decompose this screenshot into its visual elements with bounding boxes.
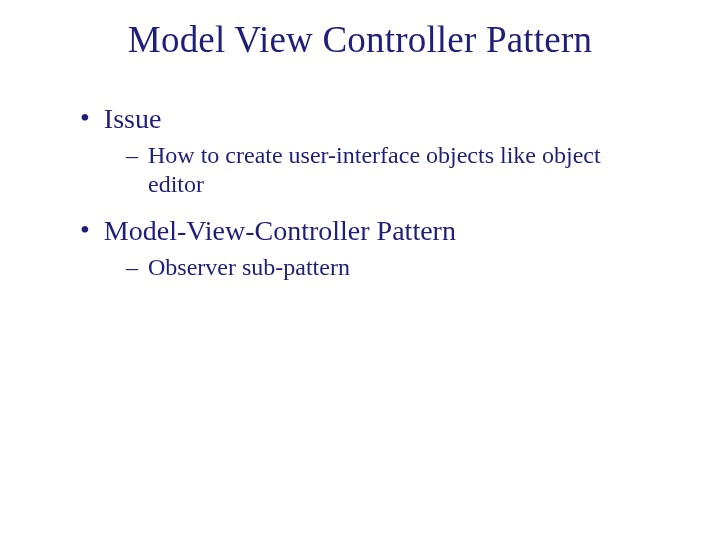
bullet-text: How to create user-interface objects lik… <box>148 141 608 199</box>
bullet-level2: – Observer sub-pattern <box>126 253 672 282</box>
bullet-dot-icon: • <box>80 215 90 246</box>
bullet-text: Issue <box>104 103 162 135</box>
bullet-dash-icon: – <box>126 253 138 282</box>
slide-title: Model View Controller Pattern <box>48 18 672 61</box>
bullet-level1: • Issue <box>80 103 672 135</box>
bullet-level1: • Model-View-Controller Pattern <box>80 215 672 247</box>
bullet-text: Model-View-Controller Pattern <box>104 215 456 247</box>
bullet-text: Observer sub-pattern <box>148 253 350 282</box>
bullet-dot-icon: • <box>80 103 90 134</box>
bullet-level2: – How to create user-interface objects l… <box>126 141 672 199</box>
slide: Model View Controller Pattern • Issue – … <box>0 0 720 540</box>
bullet-dash-icon: – <box>126 141 138 170</box>
